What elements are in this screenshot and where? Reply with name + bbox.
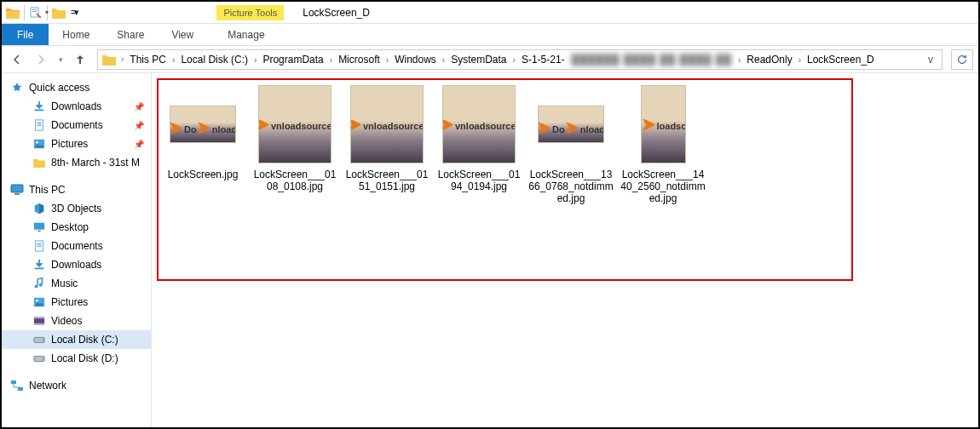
quick-access-toolbar: ▾ =▾	[2, 5, 84, 20]
breadcrumb-segment[interactable]: Microsoft	[335, 54, 383, 66]
chevron-right-icon[interactable]: ›	[796, 55, 804, 65]
file-thumbnail: ⮞Do⮞nloadsource⮞	[528, 83, 614, 165]
tab-view[interactable]: View	[158, 24, 207, 45]
chevron-right-icon[interactable]: ›	[510, 55, 518, 65]
desktop-icon	[32, 220, 46, 234]
file-thumbnail: ⮞vnloadsource⮞	[436, 83, 522, 165]
sidebar-item[interactable]: Pictures	[2, 293, 151, 312]
properties-icon[interactable]: ▾	[28, 6, 43, 20]
file-label: LockScreen___0194_0194.jpg	[436, 169, 522, 192]
breadcrumb-segment[interactable]: Windows	[391, 54, 440, 66]
folder-app-icon	[5, 6, 20, 20]
breadcrumb-segment[interactable]: ReadOnly	[743, 54, 795, 66]
refresh-button[interactable]	[951, 49, 973, 70]
svg-rect-2	[32, 11, 37, 12]
doc-icon	[32, 118, 46, 132]
file-item[interactable]: ⮞vnloadsource⮞LockScreen___0151_0151.jpg	[343, 82, 431, 194]
contextual-tab-label: Picture Tools	[216, 7, 284, 19]
sidebar-item-label: Videos	[51, 315, 82, 327]
file-thumbnail: ⮞loadsourc⮞	[620, 83, 706, 165]
sidebar-quick-access[interactable]: Quick access	[2, 78, 151, 97]
breadcrumb-segment[interactable]: ProgramData	[259, 54, 326, 66]
sidebar-this-pc[interactable]: This PC	[2, 180, 151, 199]
pin-icon: 📌	[134, 140, 144, 149]
file-item[interactable]: ⮞vnloadsource⮞LockScreen___0108_0108.jpg	[251, 82, 339, 194]
navigation-pane: Quick access Downloads📌Documents📌Picture…	[2, 73, 152, 427]
sidebar-item[interactable]: 8th- March - 31st M	[2, 153, 151, 172]
sidebar-item[interactable]: Pictures📌	[2, 134, 151, 153]
svg-rect-25	[34, 317, 44, 319]
sidebar-item-label: Pictures	[51, 296, 88, 308]
breadcrumb-segment[interactable]: This PC	[126, 54, 170, 66]
chevron-right-icon[interactable]: ›	[170, 55, 177, 65]
sidebar-item[interactable]: Music	[2, 274, 151, 293]
sidebar-item[interactable]: Local Disk (D:)	[2, 349, 151, 368]
video-icon	[32, 314, 46, 328]
tab-manage[interactable]: Manage	[214, 24, 278, 45]
breadcrumb-segment[interactable]: SystemData	[447, 54, 510, 66]
title-bar: ▾ =▾ Picture Tools LockScreen_D	[2, 2, 978, 24]
doc-icon	[32, 239, 46, 253]
svg-rect-13	[34, 223, 44, 230]
sidebar-item[interactable]: Desktop	[2, 218, 151, 237]
svg-rect-14	[37, 231, 41, 232]
chevron-right-icon[interactable]: ›	[735, 55, 743, 65]
address-dropdown-icon[interactable]: v	[923, 54, 938, 66]
chevron-right-icon[interactable]: ›	[440, 55, 447, 65]
recent-locations-button[interactable]: ▾	[55, 49, 66, 70]
new-folder-icon[interactable]	[51, 6, 66, 20]
sidebar-item-label: 8th- March - 31st M	[51, 157, 140, 169]
star-icon	[10, 81, 24, 94]
disk-icon	[32, 333, 46, 346]
breadcrumb-redacted: ██████ ████ ██ ████ ██	[568, 54, 735, 66]
up-button[interactable]	[70, 49, 90, 70]
file-thumbnail: ⮞vnloadsource⮞	[252, 83, 337, 165]
sidebar-network[interactable]: Network	[2, 376, 151, 395]
sidebar-item[interactable]: Downloads	[2, 255, 151, 274]
sidebar-label: Network	[29, 380, 66, 392]
chevron-right-icon[interactable]: ›	[251, 55, 259, 65]
tab-home[interactable]: Home	[49, 24, 103, 45]
svg-rect-6	[37, 123, 41, 123]
svg-point-23	[36, 300, 38, 302]
file-item[interactable]: ⮞loadsourc⮞LockScreen___1440_2560_notdim…	[619, 82, 707, 206]
svg-rect-12	[14, 193, 20, 195]
sidebar-item[interactable]: Documents📌	[2, 116, 151, 134]
file-item[interactable]: ⮞Do⮞nloadsource⮞LockScreen___1366_0768_n…	[527, 82, 615, 206]
svg-point-30	[43, 358, 44, 360]
breadcrumb-segment[interactable]: Local Disk (C:)	[177, 54, 251, 66]
sidebar-item[interactable]: Documents	[2, 237, 151, 255]
file-thumbnail: ⮞vnloadsource⮞	[344, 83, 429, 165]
forward-button[interactable]	[31, 49, 51, 70]
content-pane[interactable]: ⮞Do⮞nloadsource⮞LockScreen.jpg⮞vnloadsou…	[152, 73, 978, 427]
breadcrumb-segment[interactable]: S-1-5-21-	[518, 54, 568, 66]
back-button[interactable]	[7, 49, 27, 70]
sidebar-item[interactable]: Downloads📌	[2, 97, 151, 116]
chevron-right-icon[interactable]: ›	[118, 54, 126, 64]
sidebar-item-label: Local Disk (C:)	[51, 334, 118, 346]
address-bar[interactable]: › This PC›Local Disk (C:)›ProgramData›Mi…	[97, 49, 943, 70]
sidebar-item-label: Documents	[51, 240, 103, 252]
qat-dropdown-icon[interactable]: =▾	[68, 7, 80, 18]
file-item[interactable]: ⮞Do⮞nloadsource⮞LockScreen.jpg	[159, 82, 247, 182]
sidebar-item[interactable]: 3D Objects	[2, 199, 151, 218]
svg-rect-31	[11, 380, 16, 384]
chevron-right-icon[interactable]: ›	[383, 55, 391, 65]
breadcrumb-segment[interactable]: LockScreen_D	[804, 54, 878, 66]
tab-share[interactable]: Share	[103, 24, 158, 45]
file-item[interactable]: ⮞vnloadsource⮞LockScreen___0194_0194.jpg	[435, 82, 523, 194]
download-icon	[32, 100, 46, 113]
sidebar-item[interactable]: Local Disk (C:)	[2, 330, 151, 349]
svg-rect-32	[18, 387, 23, 391]
tab-file[interactable]: File	[2, 24, 49, 45]
sidebar-item-label: Downloads	[51, 100, 101, 112]
folder-icon	[101, 52, 117, 67]
chevron-right-icon[interactable]: ›	[327, 55, 335, 65]
svg-point-21	[39, 283, 43, 287]
svg-rect-17	[37, 244, 41, 245]
sidebar-label: Quick access	[29, 82, 89, 94]
svg-point-28	[43, 340, 44, 341]
sidebar-item[interactable]: Videos	[2, 312, 151, 330]
folder-icon	[32, 156, 46, 169]
file-label: LockScreen___1366_0768_notdimmed.jpg	[528, 169, 614, 204]
